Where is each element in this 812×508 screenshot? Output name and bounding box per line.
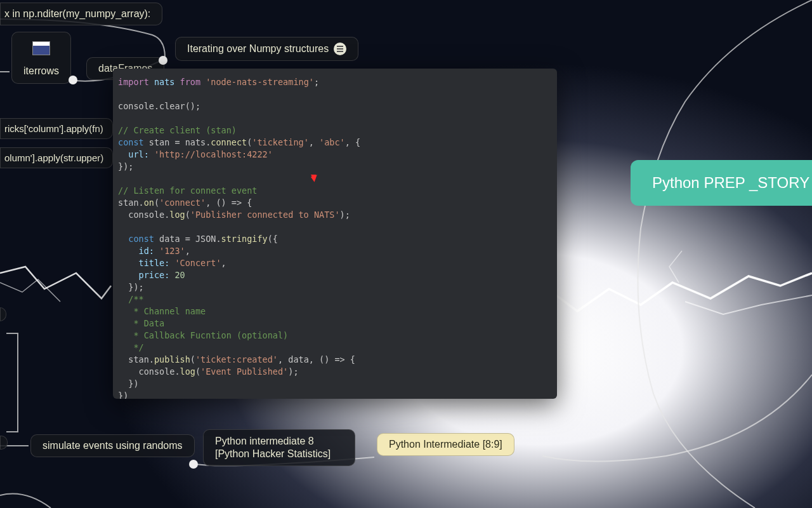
- code-token: 'Concert': [174, 258, 221, 268]
- code-token: stan.: [118, 354, 154, 364]
- table-icon: [32, 41, 50, 55]
- code-token: 'ticket:created': [195, 354, 278, 364]
- code-token: '123': [159, 246, 185, 256]
- code-token: ,: [309, 137, 319, 147]
- code-token: stan.: [118, 197, 144, 208]
- node-edge-hidden-1[interactable]: [0, 307, 6, 321]
- code-token: 'abc': [319, 137, 345, 147]
- node-iterrows[interactable]: iterrows: [11, 32, 71, 84]
- node-python-intermediate-89[interactable]: Python Intermediate [8:9]: [377, 433, 514, 456]
- code-token: console.: [118, 366, 180, 377]
- code-token: ;: [314, 77, 319, 87]
- code-line: }): [118, 390, 552, 399]
- code-token: 20: [174, 270, 185, 280]
- code-token: 'Publisher connected to NATS': [190, 210, 340, 220]
- code-token: import: [118, 77, 149, 87]
- code-line: });: [118, 161, 552, 173]
- code-comment: /**: [118, 293, 552, 305]
- code-token: console.: [118, 210, 169, 220]
- code-token: , {: [345, 137, 360, 147]
- code-token: const: [118, 137, 144, 147]
- code-token: 'node-nats-streaming': [200, 77, 314, 87]
- node-label: ricks['column'].apply(fn): [4, 123, 103, 134]
- code-token: 'Event Published': [200, 366, 288, 377]
- code-panel[interactable]: import nats from 'node-nats-streaming'; …: [113, 69, 557, 399]
- code-line: });: [118, 281, 552, 293]
- code-token: (: [190, 354, 195, 364]
- node-simulate-events[interactable]: simulate events using randoms: [30, 434, 195, 457]
- menu-icon[interactable]: [334, 43, 346, 55]
- node-label: x in np.nditer(my_numpy_array):: [4, 8, 150, 20]
- node-python-prep-story[interactable]: Python PREP _STORY: [631, 160, 812, 206]
- code-line: }): [118, 378, 552, 390]
- node-edge-hidden-2[interactable]: [0, 436, 8, 450]
- code-token: on: [144, 197, 154, 208]
- code-line: console.clear();: [118, 100, 552, 112]
- code-comment: * Callback Fucntion (optional): [118, 330, 552, 342]
- code-token: data = JSON.: [154, 234, 221, 244]
- connection-port[interactable]: [189, 460, 198, 469]
- code-comment: // Listen for connect event: [118, 185, 552, 197]
- code-comment: */: [118, 342, 552, 354]
- code-token: log: [169, 210, 185, 220]
- code-comment: * Data: [118, 318, 552, 330]
- code-token: (: [195, 366, 200, 377]
- code-token: const: [118, 234, 154, 244]
- code-token: stan = nats.: [144, 137, 211, 147]
- code-token: ,: [185, 246, 190, 256]
- node-label: olumn'].apply(str.upper): [4, 152, 103, 163]
- node-label: Python PREP _STORY: [652, 174, 809, 192]
- code-token: connect: [211, 137, 247, 147]
- code-token: ({: [268, 234, 278, 244]
- code-token: );: [288, 366, 298, 377]
- code-token: stringify: [221, 234, 268, 244]
- code-token: log: [180, 366, 195, 377]
- node-apply-upper[interactable]: olumn'].apply(str.upper): [0, 147, 113, 168]
- code-token: ,: [221, 258, 226, 268]
- connection-port[interactable]: [159, 56, 167, 65]
- code-token: price:: [118, 270, 174, 280]
- code-token: 'connect': [159, 197, 206, 208]
- node-label: Python Intermediate [8:9]: [389, 439, 502, 450]
- node-label: simulate events using randoms: [43, 440, 183, 451]
- code-token: (: [185, 210, 190, 220]
- code-token: (: [154, 197, 159, 208]
- code-token: , () => {: [206, 197, 252, 208]
- code-token: from: [180, 77, 201, 87]
- code-token: title:: [118, 258, 174, 268]
- node-apply-fn[interactable]: ricks['column'].apply(fn): [0, 118, 113, 139]
- code-token: nats: [149, 77, 180, 87]
- node-iterating-numpy[interactable]: Iterating over Numpy structures: [175, 37, 358, 61]
- code-comment: * Channel name: [118, 305, 552, 318]
- code-token: );: [340, 210, 350, 220]
- node-label: Python intermediate 8 [Python Hacker Sta…: [215, 435, 343, 460]
- node-label: iterrows: [23, 65, 59, 77]
- code-token: id:: [118, 246, 159, 256]
- code-token: 'http://localhost:4222': [154, 149, 273, 159]
- code-token: , data, () => {: [278, 354, 355, 364]
- code-comment: // Create client (stan): [118, 124, 552, 137]
- connection-port[interactable]: [69, 76, 77, 84]
- code-token: publish: [154, 354, 190, 364]
- node-python-intermediate-8[interactable]: Python intermediate 8 [Python Hacker Sta…: [203, 429, 355, 466]
- node-nditer[interactable]: x in np.nditer(my_numpy_array):: [0, 3, 162, 25]
- code-token: 'ticketing': [252, 137, 308, 147]
- node-label: Iterating over Numpy structures: [187, 43, 329, 55]
- code-token: url:: [118, 149, 154, 159]
